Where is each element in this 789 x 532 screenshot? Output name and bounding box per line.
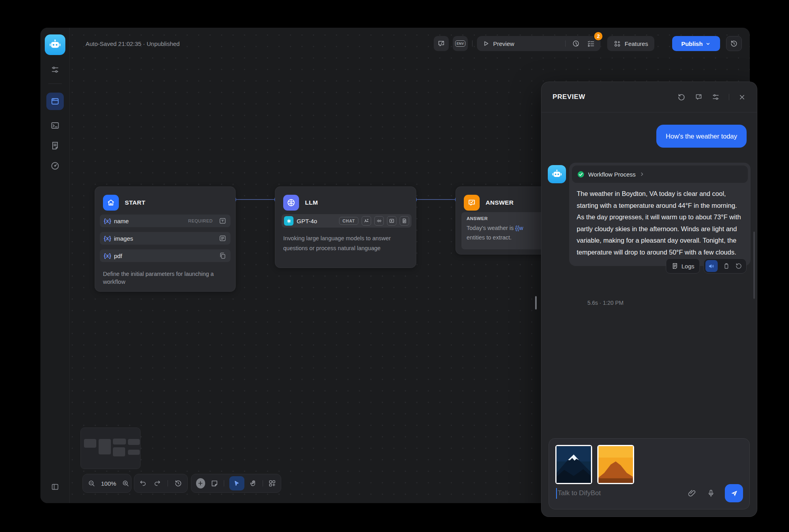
tune-icon[interactable]: [51, 65, 59, 74]
logs-icon: [671, 262, 678, 270]
sidebar-divider: [48, 84, 62, 84]
chat-area: How's the weather today Workflow Process: [541, 113, 757, 431]
node-llm[interactable]: LLM GPT-4o CHAT: [275, 186, 416, 268]
chat-input[interactable]: [558, 489, 677, 497]
speaker-button[interactable]: [705, 260, 718, 272]
chat-input-card: [549, 438, 750, 509]
publish-button[interactable]: Publish: [672, 36, 720, 51]
variable-icon: {x}: [104, 253, 111, 259]
bot-avatar: [548, 165, 566, 183]
add-node-button[interactable]: [196, 478, 205, 488]
start-field-name[interactable]: {x} name REQUIRED: [100, 215, 231, 227]
microphone-icon[interactable]: [707, 489, 715, 498]
start-field-images[interactable]: {x} images: [100, 232, 231, 245]
checklist-icon[interactable]: [587, 40, 595, 48]
zoom-out-icon[interactable]: [88, 479, 95, 487]
zoom-controls: 100%: [82, 474, 132, 493]
llm-icon: [283, 195, 299, 211]
sidebar-item-logs[interactable]: [50, 141, 60, 150]
variable-icon: {x}: [104, 218, 111, 224]
message-meta: 5.6s · 1:20 PM: [587, 300, 623, 306]
topbar-divider: [472, 40, 473, 47]
node-start[interactable]: START {x} name REQUIRED {x} images {x} p…: [95, 186, 236, 292]
zoom-level[interactable]: 100%: [101, 480, 116, 487]
minimap[interactable]: [80, 428, 141, 469]
env-icon: ENV: [455, 40, 465, 47]
send-button[interactable]: [725, 484, 743, 502]
features-button[interactable]: Features: [607, 36, 654, 51]
document-icon: [400, 216, 409, 226]
openai-icon: [284, 216, 293, 226]
home-icon: [103, 195, 119, 211]
autosave-status: Auto-Saved 21:02:35 · Unpublished: [86, 40, 180, 47]
checklist-badge: 2: [593, 31, 603, 41]
pointer-tool-button[interactable]: [229, 476, 245, 490]
annotation-button[interactable]: [434, 36, 449, 51]
paragraph-icon: [219, 234, 227, 242]
undo-icon[interactable]: [139, 479, 147, 487]
copy-icon: [219, 252, 227, 260]
node-answer-title: ANSWER: [486, 199, 514, 206]
workflow-process-toggle[interactable]: Workflow Process: [572, 165, 748, 183]
env-button[interactable]: ENV: [453, 36, 468, 51]
bot-message-text: The weather in Boydton, VA today is clea…: [577, 188, 743, 258]
chevron-right-icon: [639, 171, 645, 177]
llm-model-selector[interactable]: GPT-4o CHAT: [282, 214, 412, 228]
redo-icon[interactable]: [153, 479, 161, 487]
play-icon[interactable]: [482, 40, 490, 47]
text-caret: [556, 488, 557, 499]
change-history-icon[interactable]: [174, 479, 182, 487]
node-llm-description: Invoking large language models to answer…: [283, 234, 409, 253]
collapse-sidebar-icon[interactable]: [51, 483, 59, 491]
edge-llm-answer: [416, 199, 455, 200]
variable-icon: {x}: [104, 235, 111, 241]
bot-message-card: Workflow Process The weather in Boydton,…: [569, 163, 751, 266]
add-note-icon[interactable]: [210, 479, 219, 488]
run-history-icon[interactable]: [572, 40, 580, 48]
app-logo[interactable]: [45, 34, 65, 55]
attachment-icon[interactable]: [688, 489, 696, 498]
required-tag: REQUIRED: [188, 218, 213, 223]
annotation-icon[interactable]: [695, 93, 703, 101]
run-group: Preview: [477, 36, 600, 51]
edge-start-llm: [236, 199, 275, 200]
attachment-thumbnail-mountain-sunset[interactable]: [597, 445, 634, 484]
version-history-button[interactable]: [726, 36, 742, 51]
sidebar: [40, 28, 70, 503]
regenerate-button[interactable]: [735, 262, 742, 270]
auto-layout-icon[interactable]: [268, 479, 276, 487]
copy-button[interactable]: [723, 262, 730, 270]
video-icon: [387, 216, 396, 226]
text-input-icon: [219, 217, 227, 225]
sidebar-item-monitoring[interactable]: [50, 161, 60, 171]
restart-conversation-icon[interactable]: [677, 93, 686, 101]
preview-button[interactable]: Preview: [493, 40, 514, 47]
close-icon[interactable]: [738, 93, 746, 101]
history-controls: [134, 474, 188, 493]
sidebar-item-terminal[interactable]: [50, 121, 60, 130]
chat-mode-badge: CHAT: [339, 217, 358, 225]
preview-panel-header: PREVIEW: [541, 82, 757, 112]
success-check-icon: [577, 171, 585, 178]
sidebar-item-orchestrate[interactable]: [46, 93, 64, 110]
chat-input-row: [556, 483, 743, 504]
node-start-description: Define the initial parameters for launch…: [103, 270, 228, 286]
hand-tool-icon[interactable]: [250, 479, 257, 487]
zoom-in-icon[interactable]: [122, 479, 130, 487]
start-field-pdf[interactable]: {x} pdf: [100, 249, 231, 262]
preview-panel: PREVIEW: [541, 82, 757, 517]
panel-scrollbar[interactable]: [753, 232, 755, 299]
panel-resize-handle[interactable]: [535, 296, 537, 310]
node-start-title: START: [125, 199, 145, 206]
logs-button[interactable]: Logs: [666, 258, 700, 274]
conversation-settings-icon[interactable]: [712, 93, 720, 101]
group-divider: [565, 40, 566, 47]
answer-text: Today's weather is: [467, 225, 515, 231]
model-name: GPT-4o: [297, 218, 317, 224]
chevron-down-icon: [705, 41, 711, 47]
node-llm-title: LLM: [305, 199, 318, 206]
answer-icon: [464, 195, 480, 211]
answer-variable: {{w: [515, 225, 523, 231]
attachment-thumbnail-mountain-night[interactable]: [555, 445, 592, 484]
preview-title: PREVIEW: [553, 93, 585, 101]
